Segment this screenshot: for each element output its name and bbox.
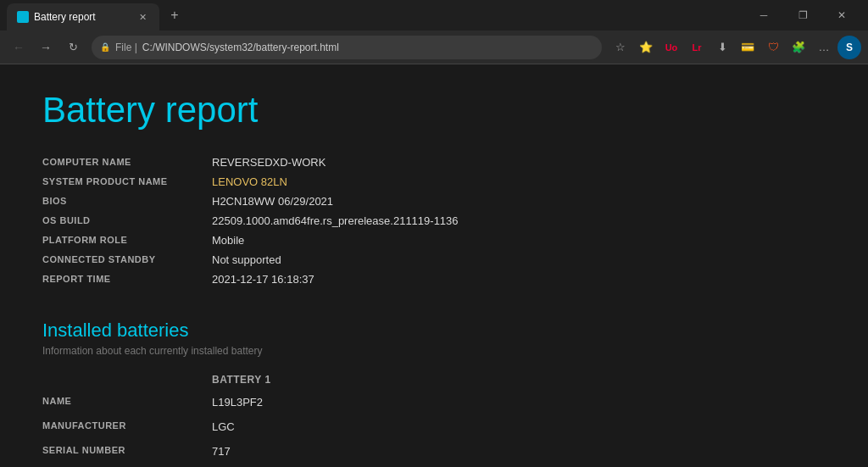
back-button[interactable]: ←: [7, 36, 31, 59]
computer-name-value: REVERSEDXD-WORK: [212, 156, 326, 169]
battery-serial-label: SERIAL NUMBER: [42, 445, 212, 458]
toolbar: ← → ↻ 🔒 File | C:/WINDOWS/system32/batte…: [0, 31, 868, 64]
connected-standby-row: CONNECTED STANDBY Not supported: [42, 253, 826, 266]
installed-batteries-subtitle: Information about each currently install…: [42, 345, 826, 357]
shield-icon[interactable]: 🛡: [761, 36, 785, 59]
page-content: Battery report COMPUTER NAME REVERSEDXD-…: [0, 64, 868, 467]
battery-name-label: NAME: [42, 396, 212, 409]
uo-icon[interactable]: Uo: [659, 36, 683, 59]
address-path: C:/WINDOWS/system32/battery-report.html: [142, 42, 339, 53]
restore-button[interactable]: ❐: [783, 0, 822, 31]
os-build-value: 22509.1000.amd64fre.rs_prerelease.211119…: [212, 214, 459, 227]
forward-button[interactable]: →: [34, 36, 58, 59]
active-tab[interactable]: Battery report ✕: [7, 3, 159, 31]
installed-batteries-title: Installed batteries: [42, 320, 826, 342]
collections-icon[interactable]: ☆: [609, 36, 632, 59]
tab-title: Battery report: [34, 11, 96, 23]
profile-button[interactable]: S: [837, 36, 861, 59]
battery-table: BATTERY 1 NAME L19L3PF2 MANUFACTURER LGC…: [42, 374, 826, 467]
report-time-value: 2021-12-17 16:18:37: [212, 273, 314, 286]
refresh-button[interactable]: ↻: [61, 36, 85, 59]
address-file-label: File |: [115, 42, 137, 53]
tab-close-button[interactable]: ✕: [136, 10, 149, 24]
battery-serial-value: 717: [212, 445, 231, 458]
battery-manufacturer-label: MANUFACTURER: [42, 420, 212, 433]
os-build-label: OS BUILD: [42, 214, 212, 227]
tab-favicon: [17, 11, 29, 23]
settings-icon[interactable]: …: [812, 36, 836, 59]
computer-name-label: COMPUTER NAME: [42, 156, 212, 169]
battery-manufacturer-value: LGC: [212, 420, 235, 433]
bios-row: BIOS H2CN18WW 06/29/2021: [42, 195, 826, 208]
bios-value: H2CN18WW 06/29/2021: [212, 195, 333, 208]
tab-bar: Battery report ✕ + ─ ❐ ✕: [0, 0, 868, 31]
battery-manufacturer-row: MANUFACTURER LGC: [42, 415, 826, 433]
computer-name-row: COMPUTER NAME REVERSEDXD-WORK: [42, 156, 826, 169]
page-title: Battery report: [42, 90, 826, 131]
close-button[interactable]: ✕: [822, 0, 861, 31]
report-time-row: REPORT TIME 2021-12-17 16:18:37: [42, 273, 826, 286]
favorites-icon[interactable]: ⭐: [634, 36, 658, 59]
system-product-value: LENOVO 82LN: [212, 175, 287, 188]
platform-role-row: PLATFORM ROLE Mobile: [42, 234, 826, 247]
bios-label: BIOS: [42, 195, 212, 208]
toolbar-right: ☆ ⭐ Uo Lr ⬇ 💳 🛡 🧩 … S: [609, 36, 861, 59]
browser-chrome: Battery report ✕ + ─ ❐ ✕ ← → ↻ 🔒 File | …: [0, 0, 868, 64]
address-bar[interactable]: 🔒 File | C:/WINDOWS/system32/battery-rep…: [92, 36, 602, 59]
system-product-label: SYSTEM PRODUCT NAME: [42, 175, 212, 188]
platform-role-label: PLATFORM ROLE: [42, 234, 212, 247]
minimize-button[interactable]: ─: [744, 0, 783, 31]
connected-standby-label: CONNECTED STANDBY: [42, 253, 212, 266]
wallet-icon[interactable]: 💳: [736, 36, 760, 59]
security-icon: 🔒: [100, 42, 110, 52]
download-icon[interactable]: ⬇: [710, 36, 734, 59]
window-controls: ─ ❐ ✕: [744, 0, 861, 31]
extensions-icon[interactable]: 🧩: [787, 36, 810, 59]
system-info-table: COMPUTER NAME REVERSEDXD-WORK SYSTEM PRO…: [42, 156, 826, 286]
report-time-label: REPORT TIME: [42, 273, 212, 286]
connected-standby-value: Not supported: [212, 253, 281, 266]
lr-icon[interactable]: Lr: [685, 36, 709, 59]
battery-header-row: BATTERY 1: [42, 374, 826, 386]
system-product-row: SYSTEM PRODUCT NAME LENOVO 82LN: [42, 175, 826, 188]
battery-header-cell: BATTERY 1: [212, 374, 381, 386]
new-tab-button[interactable]: +: [163, 3, 186, 27]
battery-name-value: L19L3PF2: [212, 396, 263, 409]
battery-serial-row: SERIAL NUMBER 717: [42, 440, 826, 458]
platform-role-value: Mobile: [212, 234, 244, 247]
os-build-row: OS BUILD 22509.1000.amd64fre.rs_prerelea…: [42, 214, 826, 227]
battery-name-row: NAME L19L3PF2: [42, 391, 826, 409]
